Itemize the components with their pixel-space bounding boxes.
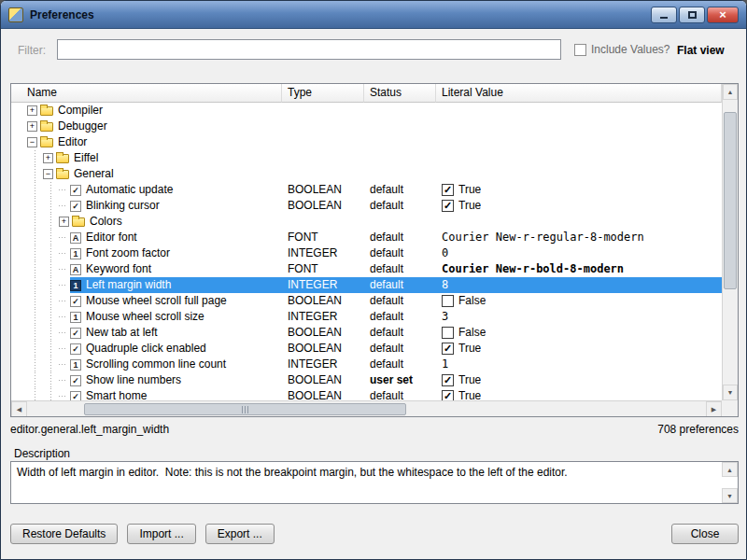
tree-row[interactable]: ✓Quadruple click enabledBOOLEANdefault✓T… [11,341,722,357]
scroll-right-icon[interactable]: ▶ [706,401,722,417]
tree-row[interactable]: ✓Automatic updateBOOLEANdefault✓True [11,182,722,198]
close-window-button[interactable]: × [707,7,739,23]
value-checkbox[interactable] [442,327,454,339]
column-header-status[interactable]: Status [364,84,436,103]
column-header-name[interactable]: Name [11,84,282,103]
column-header-literal-value[interactable]: Literal Value [436,84,722,103]
description-scroll-down-icon[interactable]: ▼ [722,488,738,503]
flat-view-toggle[interactable]: Flat view [677,44,725,57]
pref-name: New tab at left [86,325,158,341]
pref-status: default [364,325,436,341]
tree-row[interactable]: 1Scrolling common line countINTEGERdefau… [11,357,722,372]
title-bar[interactable]: Preferences × [1,1,746,29]
pref-name: Mouse wheel scroll size [86,309,204,325]
expand-icon[interactable]: + [27,105,37,116]
name-cell: ✓Smart home [11,388,282,400]
tree-row[interactable]: AKeyword fontFONTdefaultCourier New-r-bo… [11,261,722,277]
pref-status [364,103,436,119]
import-button[interactable]: Import ... [127,524,195,544]
tree-leaf-connector [59,285,67,286]
collapse-icon[interactable]: − [43,169,53,179]
export-button[interactable]: Export ... [205,524,275,544]
restore-defaults-button[interactable]: Restore Defaults [10,524,118,544]
tree-row[interactable]: −General [11,166,722,182]
pref-name: Eiffel [74,150,98,166]
name-cell: ✓Blinking cursor [11,198,282,214]
tree-row[interactable]: ✓Smart homeBOOLEANdefault✓True [11,388,722,400]
vertical-scroll-thumb[interactable] [724,112,737,289]
column-header-type[interactable]: Type [282,84,364,103]
tree-leaf-connector [59,380,67,381]
scroll-left-icon[interactable]: ◀ [11,401,27,417]
pref-value-cell [436,119,722,134]
expand-icon[interactable]: + [27,121,37,132]
pref-type [282,150,364,166]
value-checkbox[interactable]: ✓ [442,200,454,212]
pref-name: Debugger [58,119,107,134]
filter-input[interactable] [57,39,561,60]
tree-row[interactable]: +Debugger [11,119,722,134]
tree-row[interactable]: ✓New tab at leftBOOLEANdefaultFalse [11,325,722,341]
tree-leaf-connector [59,253,67,254]
name-cell: +Eiffel [11,150,282,166]
scroll-up-icon[interactable]: ▲ [723,84,738,100]
pref-status: default [364,309,436,325]
pref-value: Courier New-r-bold-8-modern [442,261,624,277]
tree-row[interactable]: −Editor [11,134,722,150]
tree-indent [11,261,70,277]
tree-indent [11,198,70,214]
name-cell: −Editor [11,134,282,150]
horizontal-scrollbar[interactable]: ◀ ▶ [11,400,722,416]
tree-row[interactable]: +Compiler [11,103,722,119]
tree-row[interactable]: 1Font zoom factorINTEGERdefault0 [11,245,722,261]
name-cell: 1Scrolling common line count [11,357,282,372]
vertical-scrollbar[interactable]: ▲ ▼ [722,84,738,400]
tree-leaf-connector [59,332,67,333]
description-label: Description [14,447,70,460]
tree-guide-line [43,230,59,245]
pref-value-cell [436,150,722,166]
minimize-button[interactable] [651,7,677,23]
close-button[interactable]: Close [671,524,739,544]
tree-row[interactable]: +Colors [11,214,722,230]
pref-type: BOOLEAN [282,182,364,198]
tree-row[interactable]: +Eiffel [11,150,722,166]
tree-row[interactable]: ✓Show line numbersBOOLEANuser set✓True [11,372,722,388]
tree-row[interactable]: 1Left margin widthINTEGERdefault8 [11,277,722,293]
tree-row[interactable]: ✓Mouse wheel scroll full pageBOOLEANdefa… [11,293,722,309]
maximize-button[interactable] [679,7,705,23]
pref-type: INTEGER [282,309,364,325]
tree-row[interactable]: 1Mouse wheel scroll sizeINTEGERdefault3 [11,309,722,325]
tree-indent [11,325,70,341]
tree-guide-line [27,293,43,309]
tree-indent [11,277,70,293]
horizontal-scroll-thumb[interactable] [84,403,406,415]
value-checkbox[interactable] [442,295,454,307]
tree-guide-line [27,341,43,357]
value-checkbox[interactable]: ✓ [442,343,454,355]
pref-name: Editor [58,134,87,150]
boolean-pref-icon: ✓ [70,343,81,355]
tree-guide-line [43,293,59,309]
pref-value-cell: False [436,293,722,309]
include-values-checkbox[interactable] [574,44,586,56]
tree-row[interactable]: AEditor fontFONTdefaultCourier New-r-reg… [11,230,722,245]
description-scroll-up-icon[interactable]: ▲ [722,462,738,477]
expand-icon[interactable]: + [59,217,69,227]
collapse-icon[interactable]: − [27,137,37,147]
value-checkbox[interactable]: ✓ [442,374,454,386]
tree-row[interactable]: ✓Blinking cursorBOOLEANdefault✓True [11,198,722,214]
tree-indent [11,341,70,357]
preferences-tree: Name Type Status Literal Value +Compiler… [10,83,739,417]
value-checkbox[interactable]: ✓ [442,184,454,196]
pref-value: 0 [442,245,448,261]
tree-leaf-connector [59,301,67,301]
pref-value-cell: 8 [436,277,722,293]
tree-leaf-connector [59,364,67,365]
value-checkbox[interactable]: ✓ [442,390,454,400]
preferences-window: Preferences × Filter: Include Values? Fl… [0,0,747,560]
tree-guide-line [43,341,59,357]
pref-value: True [458,198,481,214]
expand-icon[interactable]: + [43,153,53,163]
scroll-down-icon[interactable]: ▼ [723,385,738,400]
